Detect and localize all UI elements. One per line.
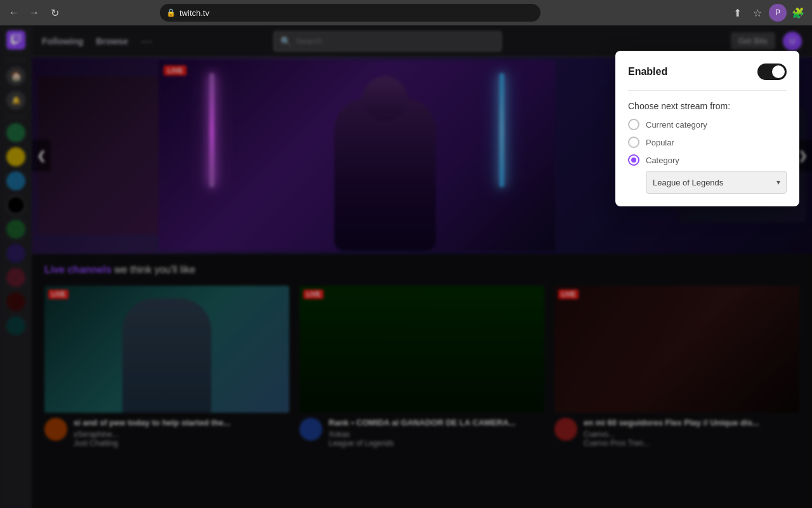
channel-category-1: Just Chatting bbox=[74, 439, 289, 448]
sidebar-channel-7[interactable] bbox=[6, 268, 25, 287]
more-nav-button[interactable]: ⋯ bbox=[141, 34, 152, 48]
radio-circle-2 bbox=[628, 137, 639, 148]
back-button[interactable]: ← bbox=[5, 4, 23, 22]
radio-label-1: Current category bbox=[646, 120, 707, 130]
radio-circle-1 bbox=[628, 119, 639, 130]
address-bar[interactable]: 🔒 twitch.tv bbox=[160, 4, 540, 22]
thumb-bg-3 bbox=[554, 286, 799, 413]
channel-card-2[interactable]: LIVE Rank • COMIDA al GANADOR DE LA CAME… bbox=[299, 286, 544, 448]
sidebar-channel-9[interactable] bbox=[6, 316, 25, 335]
neon-bar-left bbox=[209, 73, 214, 187]
live-badge-2: LIVE bbox=[303, 290, 324, 299]
following-nav-link[interactable]: Following bbox=[42, 36, 83, 46]
sidebar-channel-4[interactable] bbox=[6, 196, 25, 215]
streamer-figure-1 bbox=[122, 298, 211, 413]
twitch-page: 🏠 🔔 Following Browse ⋯ bbox=[0, 25, 812, 508]
channel-thumb-2: LIVE bbox=[299, 286, 544, 413]
sidebar-item-home[interactable]: 🏠 bbox=[6, 67, 25, 86]
sidebar-channel-5[interactable] bbox=[6, 220, 25, 239]
person-body bbox=[334, 98, 436, 251]
radio-label-3: Category bbox=[646, 156, 679, 165]
channel-details-3: en mi 60 seguidores Flex Play // Unique … bbox=[584, 418, 799, 448]
channel-title-1: si and sf pew today to help started the.… bbox=[74, 418, 289, 429]
bookmark-button[interactable]: ☆ bbox=[749, 4, 766, 22]
search-input[interactable] bbox=[296, 36, 495, 46]
channel-avatar-1 bbox=[44, 418, 67, 441]
browse-nav-link[interactable]: Browse bbox=[96, 36, 128, 46]
puzzle-piece-icon: 🧩 bbox=[792, 7, 804, 19]
channel-info-3: en mi 60 seguidores Flex Play // Unique … bbox=[554, 418, 799, 448]
nav-buttons: ← → ↻ bbox=[5, 4, 63, 22]
profile-avatar[interactable]: P bbox=[769, 4, 787, 22]
channel-avatar-2 bbox=[299, 418, 322, 441]
star-icon: ☆ bbox=[753, 7, 762, 19]
chevron-left-icon: ❮ bbox=[37, 149, 46, 163]
home-icon: 🏠 bbox=[11, 71, 22, 81]
radio-label-2: Popular bbox=[646, 138, 674, 147]
refresh-icon: ↻ bbox=[51, 7, 59, 19]
share-button[interactable]: ⬆ bbox=[728, 4, 746, 22]
share-icon: ⬆ bbox=[733, 7, 742, 19]
channel-name-1: xSeraphine... bbox=[74, 430, 289, 439]
hero-live-badge: LIVE bbox=[164, 65, 187, 76]
channel-avatar-3 bbox=[554, 418, 577, 441]
channel-category-3: Cuervo Prox Tren... bbox=[584, 439, 799, 448]
browser-toolbar: ← → ↻ 🔒 twitch.tv ⬆ ☆ P 🧩 bbox=[0, 0, 812, 25]
search-bar[interactable]: 🔍 bbox=[273, 31, 502, 51]
radio-circle-3 bbox=[628, 154, 639, 166]
channel-card-1[interactable]: LIVE si and sf pew today to help started… bbox=[44, 286, 289, 448]
popup-header: Enabled bbox=[628, 64, 787, 80]
channel-info-1: si and sf pew today to help started the.… bbox=[44, 418, 289, 448]
hero-main-thumbnail[interactable]: LIVE bbox=[159, 60, 555, 251]
section-title-normal: we think you'll like bbox=[114, 264, 195, 275]
browser-actions: ⬆ ☆ P 🧩 bbox=[728, 4, 807, 22]
channel-thumb-1: LIVE bbox=[44, 286, 289, 413]
user-avatar[interactable]: U bbox=[783, 32, 802, 51]
section-title-highlight: Live channels bbox=[44, 264, 112, 275]
thumb-bg-1 bbox=[44, 286, 289, 413]
sidebar-channel-3[interactable] bbox=[6, 171, 25, 190]
hero-thumb-left bbox=[38, 76, 165, 235]
sidebar-channel-6[interactable] bbox=[6, 244, 25, 263]
thumb-bg-2 bbox=[299, 286, 544, 413]
channel-card-3[interactable]: LIVE en mi 60 seguidores Flex Play // Un… bbox=[554, 286, 799, 448]
section-title: Live channels we think you'll like bbox=[44, 264, 799, 276]
channel-thumb-3: LIVE bbox=[554, 286, 799, 413]
radio-option-category[interactable]: Category bbox=[628, 154, 787, 166]
channel-title-2: Rank • COMIDA al GANADOR DE LA CAMERA... bbox=[329, 418, 544, 429]
radio-option-current-category[interactable]: Current category bbox=[628, 119, 787, 130]
hero-prev-button[interactable]: ❮ bbox=[32, 140, 51, 171]
game-overlay bbox=[299, 286, 544, 413]
neon-bar-right bbox=[499, 73, 504, 187]
refresh-button[interactable]: ↻ bbox=[46, 4, 63, 22]
bell-icon: 🔔 bbox=[11, 96, 21, 105]
sidebar-channel-1[interactable] bbox=[6, 123, 25, 142]
extensions-icon[interactable]: 🧩 bbox=[789, 4, 807, 22]
live-badge-3: LIVE bbox=[558, 290, 579, 299]
popup-title: Enabled bbox=[628, 66, 667, 77]
channel-name-2: Xokas bbox=[329, 430, 544, 439]
dropdown-value: League of Legends bbox=[653, 178, 723, 187]
get-bits-button[interactable]: Get Bits bbox=[731, 32, 775, 50]
popup-divider bbox=[628, 90, 787, 91]
channels-grid: LIVE si and sf pew today to help started… bbox=[44, 286, 799, 448]
bits-label: Get Bits bbox=[738, 36, 768, 46]
left-sidebar: 🏠 🔔 bbox=[0, 25, 32, 508]
channel-details-2: Rank • COMIDA al GANADOR DE LA CAMERA...… bbox=[329, 418, 544, 448]
channel-info-2: Rank • COMIDA al GANADOR DE LA CAMERA...… bbox=[299, 418, 544, 448]
twitch-logo[interactable] bbox=[6, 30, 25, 50]
sidebar-channel-8[interactable] bbox=[6, 292, 25, 311]
nav-right: Get Bits U bbox=[731, 32, 802, 51]
radio-option-popular[interactable]: Popular bbox=[628, 137, 787, 148]
forward-button[interactable]: → bbox=[25, 4, 43, 22]
popup-panel: Enabled Choose next stream from: Current… bbox=[615, 51, 799, 206]
channel-name-3: Cuervo... bbox=[584, 430, 799, 439]
sidebar-item-notifications[interactable]: 🔔 bbox=[6, 91, 25, 110]
enabled-toggle[interactable] bbox=[757, 64, 787, 80]
browser-frame: ← → ↻ 🔒 twitch.tv ⬆ ☆ P 🧩 bbox=[0, 0, 812, 508]
category-dropdown: League of Legends ▾ bbox=[646, 171, 787, 194]
sidebar-channel-2[interactable] bbox=[6, 147, 25, 166]
sidebar-divider-1 bbox=[6, 60, 25, 60]
radio-inner-3 bbox=[631, 157, 636, 163]
category-dropdown-display[interactable]: League of Legends bbox=[646, 171, 787, 194]
